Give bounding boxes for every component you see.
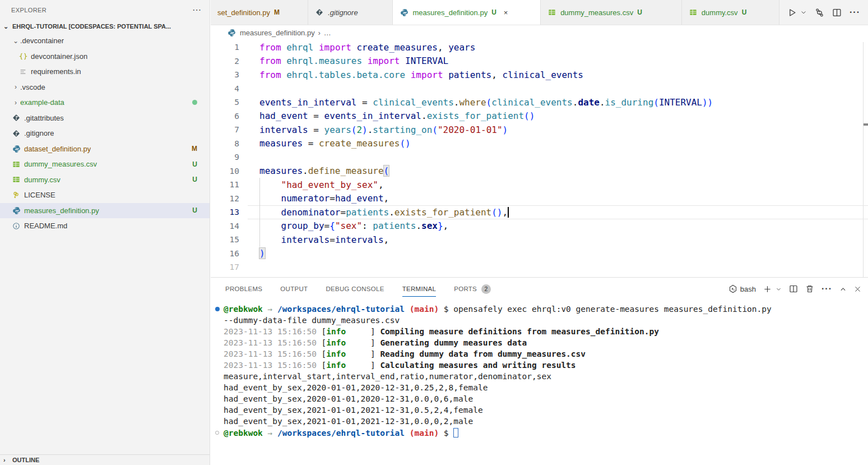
command-decoration[interactable] <box>211 307 224 311</box>
tree-item-devcontainer-json[interactable]: devcontainer.json <box>0 49 210 65</box>
line-number: 15 <box>211 235 250 244</box>
panel-tab-problems[interactable]: PROBLEMS <box>225 278 262 300</box>
tree-item--devcontainer[interactable]: ⌄.devcontainer <box>0 33 210 49</box>
code-line-14[interactable]: 14 group_by={"sex": patients.sex}, <box>211 219 868 233</box>
panel-tab-label: PROBLEMS <box>225 286 262 292</box>
tree-item-readme-md[interactable]: README.md <box>0 218 210 234</box>
text-cursor <box>508 207 509 218</box>
csv-icon <box>11 160 21 169</box>
tab-dummy-csv[interactable]: dummy.csvU <box>682 0 779 25</box>
tree-item-example-data[interactable]: ›example-data <box>0 95 210 111</box>
tree-item-dataset-definition-py[interactable]: dataset_definition.pyM <box>0 141 210 157</box>
breadcrumb[interactable]: measures_definition.py › … <box>211 25 868 40</box>
editor-actions: ··· <box>779 0 868 25</box>
shell-name: bash <box>740 285 756 293</box>
tree-item--vscode[interactable]: ›.vscode <box>0 80 210 95</box>
breadcrumb-file: measures_definition.py <box>240 29 315 37</box>
line-number: 17 <box>211 263 250 271</box>
run-dropdown-chevron-icon[interactable] <box>800 9 807 16</box>
tree-item-label: example-data <box>20 98 64 107</box>
terminal-cursor <box>453 428 458 438</box>
git-status-badge: U <box>192 206 197 214</box>
tab-dummy-measures-csv[interactable]: dummy_measures.csvU <box>541 0 682 25</box>
code-line-8[interactable]: 8measures = create_measures() <box>211 137 868 151</box>
code-line-3[interactable]: 3from ehrql.tables.beta.core import pati… <box>211 68 868 82</box>
code-line-1[interactable]: 1from ehrql import create_measures, year… <box>211 40 868 54</box>
git-compare-icon[interactable] <box>815 8 824 17</box>
code-editor[interactable]: 1from ehrql import create_measures, year… <box>211 40 868 277</box>
tree-item-measures-definition-py[interactable]: measures_definition.pyU <box>0 203 210 219</box>
code-line-12[interactable]: 12 numerator=had_event, <box>211 192 868 206</box>
code-line-9[interactable]: 9 <box>211 150 868 164</box>
tree-item-label: .gitignore <box>24 129 54 137</box>
more-actions-icon[interactable]: ··· <box>850 7 860 17</box>
ports-count-badge: 2 <box>481 284 491 294</box>
info-icon <box>11 222 21 231</box>
tab--gitignore[interactable]: .gitignore <box>308 0 393 25</box>
code-line-2[interactable]: 2from ehrql.measures import INTERVAL <box>211 54 868 68</box>
panel-tab-terminal[interactable]: TERMINAL <box>402 278 437 300</box>
line-number: 11 <box>211 180 250 189</box>
lines-icon <box>18 67 28 76</box>
python-icon <box>400 8 409 17</box>
close-tab-icon[interactable]: × <box>504 8 508 17</box>
code-text: intervals = years(2).starting_on("2020-0… <box>250 125 508 135</box>
line-number: 13 <box>211 208 250 217</box>
outline-section-header[interactable]: › OUTLINE <box>0 454 210 465</box>
tab-git-badge: U <box>742 8 747 16</box>
panel-tab-debug-console[interactable]: DEBUG CONSOLE <box>326 278 384 300</box>
code-line-5[interactable]: 5events_in_interval = clinical_events.wh… <box>211 95 868 109</box>
code-line-17[interactable]: 17 <box>211 260 868 274</box>
tree-item-requirements-in[interactable]: requirements.in <box>0 64 210 80</box>
line-number: 12 <box>211 194 250 203</box>
workspace-root-row[interactable]: ⌄ EHRQL-TUTORIAL [CODESPACES: POTENTIAL … <box>0 20 210 33</box>
code-line-13[interactable]: 13 denominator=patients.exists_for_patie… <box>211 205 868 219</box>
terminal[interactable]: @rebkwok → /workspaces/ehrql-tutorial (m… <box>211 300 868 465</box>
code-line-16[interactable]: 16) <box>211 247 868 261</box>
terminal-line: 2023-11-13 15:16:50 [info ] Reading dumm… <box>211 348 868 360</box>
code-line-7[interactable]: 7intervals = years(2).starting_on("2020-… <box>211 123 868 137</box>
csv-icon <box>689 8 698 17</box>
tab-measures-definition-py[interactable]: measures_definition.pyU× <box>393 0 541 25</box>
code-text: from ehrql import create_measures, years <box>250 42 475 53</box>
code-line-6[interactable]: 6had_event = events_in_interval.exists_f… <box>211 109 868 123</box>
terminal-line: had_event_by_sex,2021-01-01,2021-12-31,0… <box>211 416 868 427</box>
panel-tab-output[interactable]: OUTPUT <box>280 278 308 300</box>
code-line-11[interactable]: 11 "had_event_by_sex", <box>211 178 868 192</box>
tree-item--gitignore[interactable]: .gitignore <box>0 126 210 141</box>
tree-item-label: .devcontainer <box>20 36 64 45</box>
tree-item-license[interactable]: LICENSE <box>0 187 210 203</box>
terminal-dropdown-chevron-icon[interactable] <box>776 286 782 292</box>
panel-tab-ports[interactable]: PORTS2 <box>454 278 491 300</box>
line-number: 2 <box>211 57 250 66</box>
maximize-panel-chevron-up-icon[interactable] <box>839 286 847 293</box>
new-terminal-plus-icon[interactable] <box>763 285 772 293</box>
terminal-line: @rebkwok → /workspaces/ehrql-tutorial (m… <box>211 427 868 438</box>
code-line-10[interactable]: 10measures.define_measure( <box>211 164 868 178</box>
split-editor-icon[interactable] <box>832 8 842 17</box>
tree-item-dummy-csv[interactable]: dummy.csvU <box>0 172 210 188</box>
line-number: 5 <box>211 98 250 107</box>
chevron-right-icon: › <box>11 99 20 107</box>
git-status-badge: U <box>192 176 197 183</box>
kill-terminal-trash-icon[interactable] <box>805 284 814 293</box>
tree-item-label: measures_definition.py <box>24 206 99 215</box>
git-changes-dot <box>192 100 197 105</box>
tree-item--gitattributes[interactable]: .gitattributes <box>0 111 210 126</box>
run-button[interactable] <box>787 8 797 17</box>
csv-icon <box>547 8 556 17</box>
chevron-right-icon: › <box>11 83 20 91</box>
explorer-more-icon[interactable]: ⋯ <box>192 4 202 15</box>
shell-selector[interactable]: bash <box>728 284 756 293</box>
close-panel-icon[interactable] <box>854 286 861 293</box>
code-text: measures.define_measure( <box>250 165 389 176</box>
panel-more-icon[interactable]: ··· <box>821 284 832 294</box>
code-text: from ehrql.tables.beta.core import patie… <box>250 70 583 80</box>
command-decoration[interactable] <box>211 431 224 435</box>
split-terminal-icon[interactable] <box>789 284 798 293</box>
line-number: 8 <box>211 139 250 148</box>
code-line-4[interactable]: 4 <box>211 82 868 96</box>
tab-set-definition-py[interactable]: set_definition.pyM <box>211 0 308 25</box>
tree-item-dummy-measures-csv[interactable]: dummy_measures.csvU <box>0 156 210 172</box>
code-line-15[interactable]: 15 intervals=intervals, <box>211 233 868 247</box>
